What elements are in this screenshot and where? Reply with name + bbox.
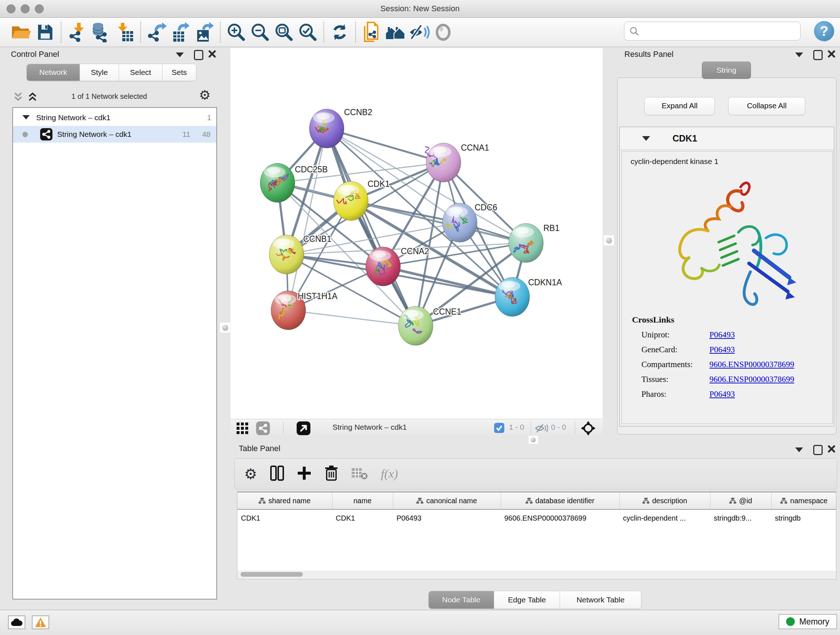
panel-menu-icon[interactable]: [795, 448, 803, 452]
string-panel-toggle-icon[interactable]: [256, 421, 270, 437]
column-header-database-identifier[interactable]: database identifier: [501, 492, 619, 509]
crosslink-link-3[interactable]: 9606.ENSP00000378699: [709, 375, 794, 384]
crosslink-link-2[interactable]: 9606.ENSP00000378699: [709, 360, 794, 369]
table-cell[interactable]: CDK1: [332, 509, 393, 526]
fit-content-crosshair-icon[interactable]: [581, 421, 596, 437]
table-cell[interactable]: P06493: [393, 509, 501, 526]
export-network-button[interactable]: [145, 21, 169, 44]
string-home-button[interactable]: [384, 21, 407, 44]
column-mapping-icon: [259, 498, 265, 504]
column-header-namespace[interactable]: namespace: [771, 492, 836, 509]
selected-nodes-checkbox[interactable]: [494, 423, 505, 435]
show-columns-icon[interactable]: [270, 466, 284, 482]
crosslink-link-1[interactable]: P06493: [709, 345, 735, 355]
network-node-CCNB1[interactable]: CCNB1: [269, 234, 332, 274]
panel-float-icon[interactable]: [194, 50, 203, 60]
export-image-button[interactable]: [193, 21, 216, 44]
panel-float-icon[interactable]: [813, 50, 823, 60]
expand-all-button[interactable]: Expand All: [644, 97, 715, 115]
zoom-in-button[interactable]: [224, 21, 248, 44]
import-network-file-button[interactable]: [65, 21, 89, 44]
network-edge-HIST1H1A-CCNE1[interactable]: [288, 310, 416, 326]
export-table-button[interactable]: [169, 21, 193, 44]
bottom-splitter-handle[interactable]: [529, 436, 538, 444]
column-header-shared-name[interactable]: shared name: [237, 492, 332, 509]
network-node-CDK1[interactable]: CDK1: [333, 179, 390, 220]
network-selection-status: 1 of 1 Network selected: [3, 92, 216, 101]
collapse-all-button[interactable]: Collapse All: [728, 97, 805, 115]
network-node-CDC6[interactable]: CDC6: [442, 203, 497, 242]
zoom-out-button[interactable]: [248, 21, 272, 44]
crosslink-link-0[interactable]: P06493: [709, 330, 735, 340]
open-session-button[interactable]: [9, 21, 33, 44]
tab-network-table[interactable]: Network Table: [560, 591, 641, 608]
network-collection-row[interactable]: String Network – cdk1 1: [13, 109, 216, 126]
open-in-new-icon[interactable]: [296, 421, 311, 437]
network-edge-CCNB2-CCNE1[interactable]: [327, 128, 416, 326]
column-header-canonical-name[interactable]: canonical name: [393, 492, 501, 509]
show-glass-effect-button[interactable]: [431, 21, 455, 44]
protein-section-header[interactable]: CDK1: [620, 127, 834, 150]
tab-select[interactable]: Select: [118, 64, 162, 81]
tree-expander-icon[interactable]: [22, 115, 30, 119]
network-canvas[interactable]: CCNB2CCNA1CDC25BCDK1CDC6RB1CCNB1CCNA2CDK…: [231, 48, 603, 419]
search-field[interactable]: [624, 22, 801, 41]
string-document-button[interactable]: [360, 21, 384, 44]
hidden-items-icon[interactable]: [535, 423, 548, 435]
table-cell[interactable]: stringdb: [771, 509, 836, 526]
left-splitter-handle[interactable]: [220, 323, 230, 333]
table-row[interactable]: CDK1CDK1P064939606.ENSP00000378699cyclin…: [237, 509, 836, 526]
tab-style[interactable]: Style: [80, 64, 118, 81]
horizontal-scrollbar[interactable]: [238, 570, 836, 578]
tab-network[interactable]: Network: [27, 64, 80, 81]
delete-column-icon[interactable]: [325, 465, 338, 483]
memory-button[interactable]: Memory: [778, 614, 837, 629]
column-header-description[interactable]: description: [619, 492, 710, 509]
scrollbar-thumb[interactable]: [240, 572, 303, 577]
hide-glass-effect-button[interactable]: [407, 21, 431, 44]
network-edge-CCNB2-HIST1H1A[interactable]: [288, 128, 327, 310]
column-header-@id[interactable]: @id: [710, 492, 771, 509]
network-node-CDKN1A[interactable]: CDKN1A: [495, 277, 562, 317]
network-node-RB1[interactable]: RB1: [508, 223, 560, 263]
import-table-file-button[interactable]: [113, 21, 137, 44]
network-row-selected[interactable]: String Network – cdk1 11 48: [13, 126, 216, 143]
section-collapse-icon[interactable]: [642, 136, 650, 141]
search-input[interactable]: [639, 27, 800, 36]
crosslink-row: Tissues:9606.ENSP00000378699: [632, 375, 832, 384]
save-session-button[interactable]: [33, 21, 57, 44]
import-network-database-button[interactable]: [89, 21, 113, 44]
delete-table-icon[interactable]: [351, 467, 368, 481]
zoom-selected-button[interactable]: [296, 21, 320, 44]
table-cell[interactable]: cyclin-dependent ...: [619, 509, 710, 526]
tab-sets[interactable]: Sets: [162, 64, 196, 81]
table-cell[interactable]: stringdb:9...: [710, 509, 771, 526]
panel-menu-icon[interactable]: [176, 52, 184, 57]
warning-status-button[interactable]: [32, 616, 49, 629]
right-splitter-handle[interactable]: [604, 235, 614, 245]
crosslink-label: Tissues:: [641, 375, 709, 384]
panel-float-icon[interactable]: [813, 445, 823, 455]
add-column-icon[interactable]: [297, 466, 311, 482]
table-cell[interactable]: 9606.ENSP00000378699: [501, 509, 619, 526]
cloud-status-button[interactable]: [8, 616, 25, 629]
table-options-gear-icon[interactable]: ⚙: [244, 467, 257, 481]
table-cell[interactable]: CDK1: [237, 509, 332, 526]
network-edge-CCNA2-CDKN1A[interactable]: [383, 266, 512, 297]
network-options-gear-icon[interactable]: ⚙: [199, 89, 210, 102]
tab-string-results[interactable]: String: [702, 62, 751, 79]
tab-node-table[interactable]: Node Table: [429, 591, 494, 608]
zoom-in-icon: [226, 22, 246, 42]
network-node-CCNE1[interactable]: CCNE1: [398, 306, 461, 345]
function-builder-icon[interactable]: f(x): [381, 467, 398, 481]
zoom-fit-button[interactable]: [272, 21, 296, 44]
tab-edge-table[interactable]: Edge Table: [494, 591, 560, 608]
column-header-name[interactable]: name: [332, 492, 393, 509]
network-node-HIST1H1A[interactable]: HIST1H1A: [271, 291, 338, 330]
help-button[interactable]: ?: [814, 21, 834, 41]
refresh-button[interactable]: [328, 21, 352, 44]
birdseye-view-icon[interactable]: [236, 422, 248, 436]
network-edge-CCNB2-CCNA1[interactable]: [327, 128, 444, 163]
crosslink-link-4[interactable]: P06493: [709, 390, 735, 399]
panel-menu-icon[interactable]: [795, 52, 803, 57]
